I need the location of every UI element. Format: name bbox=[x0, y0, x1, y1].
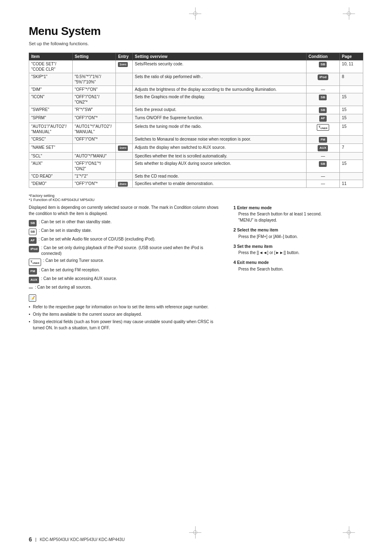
table-row: "SPRM" "OFF"/"ON"* Turns ON/OFF the Supr… bbox=[29, 114, 363, 123]
bullet-note-item: Refer to the respective page for informa… bbox=[29, 304, 224, 310]
cell-entry bbox=[116, 106, 133, 114]
legend-item: SB : Can be set in other than standby st… bbox=[29, 219, 224, 227]
entry-badge: 1sec bbox=[118, 62, 128, 67]
cell-item: "DIM" bbox=[29, 86, 73, 93]
cell-page bbox=[340, 152, 363, 160]
cell-page: 15 bbox=[340, 123, 363, 135]
step-number: 2 bbox=[233, 227, 236, 232]
cell-condition: — bbox=[306, 172, 339, 180]
cell-page: 15 bbox=[340, 114, 363, 123]
cell-entry bbox=[116, 86, 133, 93]
step-title: Set the menu item bbox=[237, 244, 272, 249]
crosshair-bottom-center bbox=[189, 526, 201, 539]
cell-entry: 1sec bbox=[116, 144, 133, 152]
table-row: "ICON" "OFF"/"ON1"/ "ON2"* Sets the Grap… bbox=[29, 93, 363, 106]
legend-badge: TUNER bbox=[29, 259, 41, 266]
cell-item: "CD READ" bbox=[29, 172, 73, 180]
cell-condition: AUX bbox=[306, 144, 339, 152]
col-header-entry: Entry bbox=[116, 53, 133, 60]
cell-page: 15 bbox=[340, 93, 363, 106]
table-row: "CODE SET"/ "CODE CLR" 1sec Sets/Resets … bbox=[29, 60, 363, 73]
menu-table: Item Setting Entry Setting overview Cond… bbox=[29, 53, 363, 188]
table-row: "DIM" "OFF"*/"ON" Adjusts the brightness… bbox=[29, 86, 363, 93]
cell-setting: "0.5%"*"/"1%"/ "5%"/"10%" bbox=[72, 73, 116, 86]
cell-page bbox=[340, 172, 363, 180]
step-number: 1 bbox=[233, 205, 236, 210]
col-header-item: Item bbox=[29, 53, 73, 60]
cell-overview: Sets the preout output. bbox=[133, 106, 307, 114]
cell-condition: SB bbox=[306, 160, 339, 172]
page-footer: 6 | KDC-MP5043U/ KDC-MP543U/ KDC-MP443U bbox=[29, 536, 125, 543]
cell-setting: "OFF"/"ON"* bbox=[72, 180, 116, 187]
legend-badge: SB bbox=[29, 220, 37, 227]
note-icon: 📝 bbox=[29, 294, 36, 302]
legend-text: : Can be set while Audio file source of … bbox=[39, 236, 156, 242]
steps-section: 1 Enter menu mode Press the Search butto… bbox=[233, 204, 363, 272]
bullet-note-item: Only the items available to the current … bbox=[29, 311, 224, 317]
cell-condition: — bbox=[306, 86, 339, 93]
cell-entry bbox=[116, 93, 133, 106]
cell-setting: "1"*/"2" bbox=[72, 172, 116, 180]
cell-setting: "R"*/"SW" bbox=[72, 106, 116, 114]
cell-item: "ICON" bbox=[29, 93, 73, 106]
cell-item: "NAME SET" bbox=[29, 144, 73, 152]
legend-badge: AUX bbox=[29, 277, 39, 283]
cell-condition: — bbox=[306, 180, 339, 187]
crosshair-top-center bbox=[189, 7, 201, 20]
footnote-star1: *1 Function of KDC-MP5043U/ MP543U bbox=[29, 198, 363, 202]
table-row: "SWPRE" "R"*/"SW" Sets the preout output… bbox=[29, 106, 363, 114]
cell-page: 8 bbox=[340, 73, 363, 86]
col-header-overview: Setting overview bbox=[133, 53, 307, 60]
page-subtitle: Set up the following functions. bbox=[29, 41, 363, 46]
cell-page: 10, 11 bbox=[340, 60, 363, 73]
crosshair-bottom-right bbox=[343, 526, 355, 539]
cell-setting: "OFF"/"ON"* bbox=[72, 114, 116, 123]
footnotes: *Factory setting *1 Function of KDC-MP50… bbox=[29, 194, 363, 202]
legend-badge-wrap: FM bbox=[29, 268, 37, 275]
legend-badge: FM bbox=[29, 268, 37, 275]
cell-entry: 2sec bbox=[116, 180, 133, 187]
cell-condition: AF bbox=[306, 114, 339, 123]
page-title: Menu System bbox=[29, 25, 363, 38]
cell-overview: Adjusts the brightness of the display ac… bbox=[133, 86, 307, 93]
legend-badge: AF bbox=[29, 237, 37, 244]
cell-overview: Switches to Monaural to decrease noise w… bbox=[133, 135, 307, 143]
step-body: Press the Search button. bbox=[233, 266, 363, 272]
displayed-note: Displayed item is depending on currently… bbox=[29, 204, 224, 217]
step-title: Enter menu mode bbox=[237, 206, 272, 210]
step-number: 3 bbox=[233, 244, 236, 249]
footnote-star: *Factory setting bbox=[29, 194, 363, 198]
legend-text: : Can be set in other than standby state… bbox=[39, 219, 111, 225]
cell-entry bbox=[116, 152, 133, 160]
table-row: "DEMO" "OFF"/"ON"* 2sec Specifies whethe… bbox=[29, 180, 363, 187]
step-title: Select the menu item bbox=[237, 228, 278, 232]
bullet-note-item: Strong electrical fields (such as from p… bbox=[29, 319, 224, 331]
col-header-page: Page bbox=[340, 53, 363, 60]
cell-item: "AUTO1"/"AUTO2"/ "MANUAL" bbox=[29, 123, 73, 135]
legend-item: AF : Can be set while Audio file source … bbox=[29, 236, 224, 244]
col-header-setting: Setting bbox=[72, 53, 116, 60]
cell-entry bbox=[116, 73, 133, 86]
entry-badge: 2sec bbox=[118, 182, 128, 187]
cell-entry: 1sec bbox=[116, 60, 133, 73]
footer-model: KDC-MP5043U/ KDC-MP543U/ KDC-MP443U bbox=[40, 537, 125, 542]
step-body: Press the [FM+] or [AM–] button. bbox=[233, 234, 363, 240]
cell-overview: Sets the ratio of skip performed with . bbox=[133, 73, 307, 86]
cell-page: 15 bbox=[340, 106, 363, 114]
cell-page: 7 bbox=[340, 144, 363, 152]
cell-entry bbox=[116, 135, 133, 143]
legend-item: SB : Can be set in standby state. bbox=[29, 228, 224, 235]
legend-item: — : Can be set during all sources. bbox=[29, 284, 224, 291]
cell-setting: "OFF"/"ON1"/ "ON2"* bbox=[72, 93, 116, 106]
table-row: "CRSC" "OFF"/"ON"* Switches to Monaural … bbox=[29, 135, 363, 143]
cell-setting: "OFF"/"ON1"*/ "ON2" bbox=[72, 160, 116, 172]
cell-entry bbox=[116, 114, 133, 123]
legend-text: : Can be set in standby state. bbox=[39, 228, 92, 234]
cell-item: "CRSC" bbox=[29, 135, 73, 143]
legend-text: : Can be set while accessing AUX source. bbox=[41, 276, 117, 282]
cell-overview: Sets/Resets security code. bbox=[133, 60, 307, 73]
cell-overview: Turns ON/OFF the Supreme function. bbox=[133, 114, 307, 123]
legend-item: FM : Can be set during FM reception. bbox=[29, 267, 224, 275]
legend-item: iPod : Can be set only during playback o… bbox=[29, 245, 224, 257]
legend-badge-wrap: AF bbox=[29, 237, 37, 244]
